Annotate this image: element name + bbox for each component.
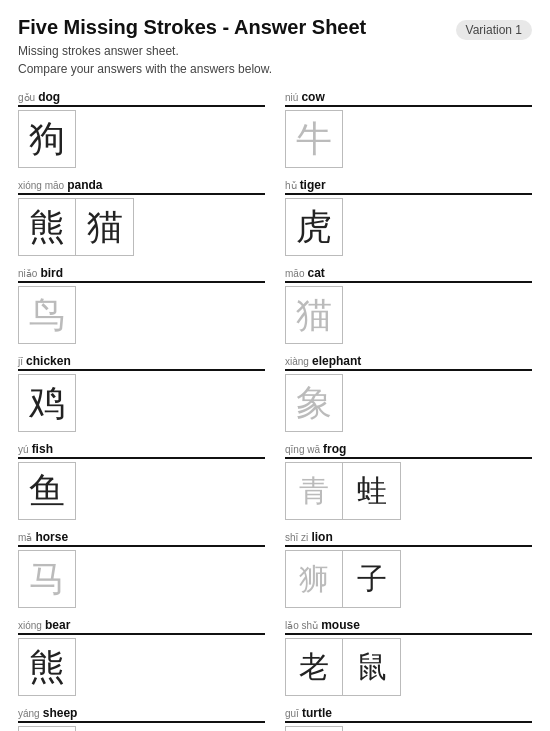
list-item: gǒu dog 狗: [18, 90, 265, 168]
animal-label: niú cow: [285, 90, 532, 104]
list-item: jī chicken 鸡: [18, 354, 265, 432]
animal-label: xióng bear: [18, 618, 265, 632]
character-box: 象: [285, 374, 343, 432]
page-header: Five Missing Strokes - Answer Sheet Vari…: [18, 16, 532, 40]
animal-label: lǎo shǔ mouse: [285, 618, 532, 632]
character-box: 羊: [18, 726, 76, 731]
list-item: xióng māo panda 熊 猫: [18, 178, 265, 256]
list-item: niú cow 牛: [285, 90, 532, 168]
list-item: yú fish 鱼: [18, 442, 265, 520]
list-item: hǔ tiger 虎: [285, 178, 532, 256]
character-box: 鱼: [18, 462, 76, 520]
character-box: 牛: [285, 110, 343, 168]
character-box-lion: 狮 子: [285, 550, 401, 608]
character-box-frog: 青 蛙: [285, 462, 401, 520]
animal-label: mǎ horse: [18, 530, 265, 544]
character-box-mouse: 老 鼠: [285, 638, 401, 696]
character-box: 狗: [18, 110, 76, 168]
animal-label: māo cat: [285, 266, 532, 280]
character-box: 鸟: [18, 286, 76, 344]
character-box: 鸡: [18, 374, 76, 432]
list-item: niǎo bird 鸟: [18, 266, 265, 344]
list-item: lǎo shǔ mouse 老 鼠: [285, 618, 532, 696]
list-item: shī zi lion 狮 子: [285, 530, 532, 608]
character-box: 猫: [285, 286, 343, 344]
animal-label: qīng wā frog: [285, 442, 532, 456]
list-item: qīng wā frog 青 蛙: [285, 442, 532, 520]
character-box: 虎: [285, 198, 343, 256]
animal-label: niǎo bird: [18, 266, 265, 280]
list-item: mǎ horse 马: [18, 530, 265, 608]
animal-label: guī turtle: [285, 706, 532, 720]
character-box-wide: 熊 猫: [18, 198, 134, 256]
subtitle: Missing strokes answer sheet. Compare yo…: [18, 42, 532, 78]
page-title: Five Missing Strokes - Answer Sheet: [18, 16, 366, 39]
character-box: 熊: [18, 638, 76, 696]
list-item: xiàng elephant 象: [285, 354, 532, 432]
list-item: guī turtle 龟: [285, 706, 532, 731]
animal-label: hǔ tiger: [285, 178, 532, 192]
character-box: 龟: [285, 726, 343, 731]
variation-badge: Variation 1: [456, 20, 532, 40]
animal-label: xióng māo panda: [18, 178, 265, 192]
animal-label: yú fish: [18, 442, 265, 456]
animal-label: yáng sheep: [18, 706, 265, 720]
list-item: māo cat 猫: [285, 266, 532, 344]
animal-label: jī chicken: [18, 354, 265, 368]
list-item: xióng bear 熊: [18, 618, 265, 696]
animal-label: gǒu dog: [18, 90, 265, 104]
character-box: 马: [18, 550, 76, 608]
animal-label: shī zi lion: [285, 530, 532, 544]
animals-grid: gǒu dog 狗 niú cow 牛 xióng māo panda 熊 猫 …: [18, 90, 532, 731]
list-item: yáng sheep 羊: [18, 706, 265, 731]
animal-label: xiàng elephant: [285, 354, 532, 368]
